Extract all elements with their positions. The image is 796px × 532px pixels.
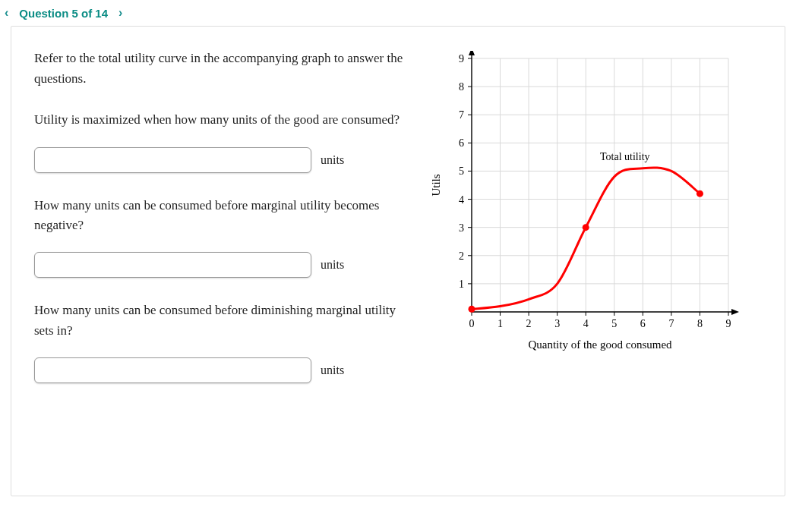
svg-text:0: 0	[469, 318, 475, 329]
svg-point-62	[469, 306, 475, 313]
svg-text:4: 4	[583, 318, 589, 329]
units-label-1: units	[321, 153, 344, 167]
svg-text:9: 9	[726, 318, 731, 329]
question-card: Refer to the total utility curve in the …	[11, 26, 785, 496]
question-body: Refer to the total utility curve in the …	[34, 48, 406, 465]
svg-text:Utils: Utils	[430, 174, 442, 196]
utility-chart: 0123456789123456789Quantity of the good …	[425, 51, 744, 354]
question-1-text: Utility is maximized when how many units…	[34, 110, 406, 130]
question-3-text: How many units can be consumed before di…	[34, 301, 406, 341]
svg-text:6: 6	[459, 137, 464, 149]
units-label-2: units	[321, 258, 344, 272]
svg-text:1: 1	[498, 318, 503, 329]
svg-text:9: 9	[459, 53, 464, 65]
svg-text:Quantity of the good consumed: Quantity of the good consumed	[528, 338, 672, 351]
question-2-text: How many units can be consumed before ma…	[34, 196, 406, 236]
question-counter: Question 5 of 14	[19, 7, 108, 20]
svg-text:1: 1	[459, 279, 464, 290]
question-nav: ‹ Question 5 of 14 ›	[0, 0, 796, 23]
svg-text:5: 5	[459, 165, 464, 177]
svg-marker-20	[731, 309, 739, 315]
svg-text:8: 8	[459, 81, 464, 93]
answer-2-input[interactable]	[34, 252, 311, 278]
svg-text:5: 5	[611, 318, 617, 329]
next-arrow-icon[interactable]: ›	[118, 6, 122, 20]
svg-text:Total utility: Total utility	[600, 151, 650, 162]
units-label-3: units	[321, 364, 344, 377]
svg-text:6: 6	[640, 318, 646, 329]
svg-text:7: 7	[668, 318, 674, 329]
prev-arrow-icon[interactable]: ‹	[5, 6, 8, 20]
intro-text: Refer to the total utility curve in the …	[34, 48, 406, 89]
svg-point-63	[583, 224, 589, 231]
svg-marker-21	[469, 51, 475, 55]
svg-point-64	[696, 190, 703, 197]
svg-text:3: 3	[459, 222, 464, 234]
svg-text:2: 2	[459, 250, 464, 262]
svg-text:3: 3	[554, 318, 560, 329]
svg-text:7: 7	[459, 109, 464, 121]
svg-text:4: 4	[459, 194, 464, 206]
svg-text:2: 2	[526, 318, 532, 329]
answer-3-input[interactable]	[34, 357, 311, 383]
svg-text:8: 8	[697, 318, 703, 329]
answer-1-input[interactable]	[34, 147, 311, 173]
